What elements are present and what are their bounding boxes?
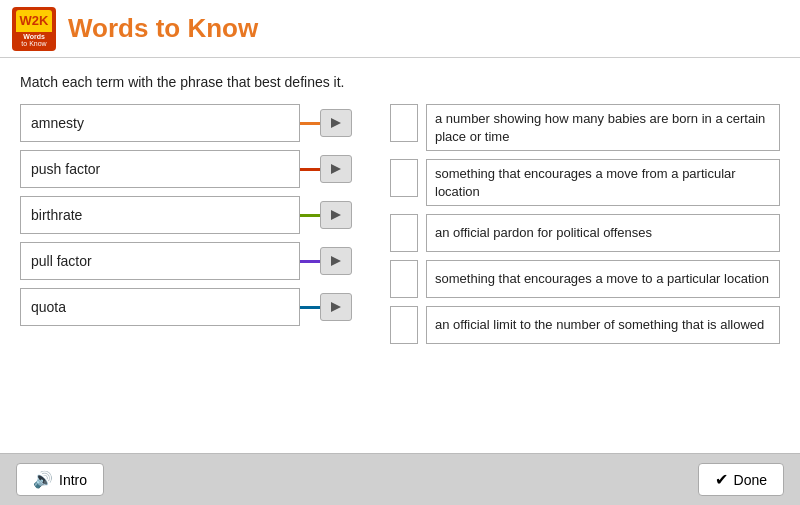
definition-text: an official limit to the number of somet…: [426, 306, 780, 344]
definitions-column: a number showing how many babies are bor…: [370, 104, 780, 443]
definition-checkbox[interactable]: [390, 104, 418, 142]
definition-row: something that encourages a move to a pa…: [390, 260, 780, 298]
term-connector-line: [300, 122, 320, 125]
logo-top: W2K: [16, 10, 52, 32]
term-label: birthrate: [20, 196, 300, 234]
term-row: amnesty: [20, 104, 370, 142]
term-arrow-button[interactable]: [320, 201, 352, 229]
term-arrow-button[interactable]: [320, 155, 352, 183]
definition-text: something that encourages a move to a pa…: [426, 260, 780, 298]
svg-marker-2: [331, 210, 341, 220]
footer: 🔊 Intro ✔ Done: [0, 453, 800, 505]
term-label: amnesty: [20, 104, 300, 142]
term-arrow-button[interactable]: [320, 109, 352, 137]
page-title: Words to Know: [68, 13, 258, 44]
done-label: Done: [734, 472, 767, 488]
term-connector-line: [300, 306, 320, 309]
check-icon: ✔: [715, 470, 728, 489]
speaker-icon: 🔊: [33, 470, 53, 489]
term-label: pull factor: [20, 242, 300, 280]
term-row: quota: [20, 288, 370, 326]
match-area: amnesty push factor birthrate pull facto…: [20, 104, 780, 443]
logo-bottom: Words to Know: [16, 32, 52, 48]
definition-checkbox[interactable]: [390, 306, 418, 344]
definition-checkbox[interactable]: [390, 260, 418, 298]
term-label: quota: [20, 288, 300, 326]
terms-column: amnesty push factor birthrate pull facto…: [20, 104, 370, 443]
term-arrow-button[interactable]: [320, 247, 352, 275]
definition-checkbox[interactable]: [390, 214, 418, 252]
definition-text: an official pardon for political offense…: [426, 214, 780, 252]
definition-row: an official limit to the number of somet…: [390, 306, 780, 344]
svg-marker-0: [331, 118, 341, 128]
definition-text: something that encourages a move from a …: [426, 159, 780, 206]
main-content: Match each term with the phrase that bes…: [0, 58, 800, 453]
intro-label: Intro: [59, 472, 87, 488]
term-label: push factor: [20, 150, 300, 188]
term-connector-line: [300, 214, 320, 217]
term-connector-line: [300, 168, 320, 171]
logo-know: to Know: [21, 40, 46, 47]
term-row: birthrate: [20, 196, 370, 234]
definition-row: a number showing how many babies are bor…: [390, 104, 780, 151]
svg-marker-1: [331, 164, 341, 174]
svg-marker-4: [331, 302, 341, 312]
definition-text: a number showing how many babies are bor…: [426, 104, 780, 151]
term-row: pull factor: [20, 242, 370, 280]
definition-row: something that encourages a move from a …: [390, 159, 780, 206]
done-button[interactable]: ✔ Done: [698, 463, 784, 496]
term-row: push factor: [20, 150, 370, 188]
definition-checkbox[interactable]: [390, 159, 418, 197]
definition-row: an official pardon for political offense…: [390, 214, 780, 252]
intro-button[interactable]: 🔊 Intro: [16, 463, 104, 496]
term-arrow-button[interactable]: [320, 293, 352, 321]
term-connector-line: [300, 260, 320, 263]
logo: W2K Words to Know: [12, 7, 56, 51]
logo-words: Words: [23, 33, 45, 40]
header: W2K Words to Know Words to Know: [0, 0, 800, 58]
instruction-text: Match each term with the phrase that bes…: [20, 74, 780, 90]
svg-marker-3: [331, 256, 341, 266]
